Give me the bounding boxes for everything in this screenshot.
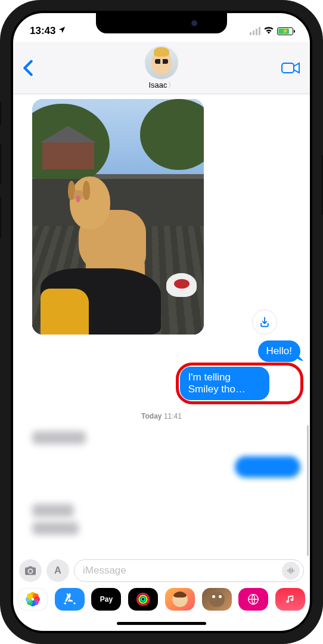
audio-record-button[interactable] (282, 562, 300, 580)
app-store-app-icon[interactable] (55, 588, 85, 611)
music-app-icon[interactable] (275, 588, 305, 611)
imessage-app-strip[interactable]: Pay (13, 586, 310, 615)
digital-touch-app-icon[interactable] (238, 588, 268, 611)
input-bar: A iMessage (13, 556, 310, 586)
chevron-right-icon: 〉 (168, 80, 175, 89)
app-store-button[interactable]: A (46, 559, 69, 582)
wifi-icon (263, 25, 274, 37)
memoji-app-icon[interactable] (165, 588, 195, 611)
message-input[interactable]: iMessage (74, 559, 304, 582)
back-button[interactable] (23, 56, 46, 80)
sent-message-bubble[interactable]: Hello! (258, 340, 300, 362)
received-photo-message[interactable] (32, 99, 204, 335)
home-indicator[interactable] (13, 615, 310, 631)
svg-point-4 (141, 597, 145, 602)
status-time: 13:43 (30, 25, 55, 37)
mute-switch (0, 101, 1, 125)
redacted-received-message (32, 522, 79, 535)
volume-down-button (0, 197, 1, 239)
camera-button[interactable] (19, 559, 42, 582)
redacted-received-message (32, 431, 86, 444)
contact-name-label: Isaac (148, 80, 167, 89)
sent-message-bubble[interactable]: I'm telling Smiley tho… (180, 367, 269, 400)
highlighted-annotation: I'm telling Smiley tho… (179, 366, 300, 401)
timestamp-separator: Today 11:41 (19, 412, 304, 420)
save-photo-button[interactable] (253, 310, 277, 334)
svg-text:A: A (54, 565, 61, 575)
location-arrow-icon (58, 25, 66, 37)
scroll-indicator (307, 425, 309, 556)
photos-app-icon[interactable] (18, 588, 48, 611)
contact-details-button[interactable]: Isaac 〉 (145, 46, 178, 89)
conversation-header: Isaac 〉 (13, 42, 310, 94)
battery-charging-icon: ⚡ (277, 27, 293, 35)
message-placeholder: iMessage (83, 565, 126, 577)
notch (96, 13, 227, 33)
stickers-app-icon[interactable] (202, 588, 232, 611)
messages-scroll[interactable]: Hello! I'm telling Smiley tho… Today 11:… (13, 94, 310, 556)
redacted-sent-message (235, 456, 300, 478)
phone-frame: 13:43 ⚡ (0, 0, 323, 644)
contact-avatar (145, 46, 178, 79)
screen: 13:43 ⚡ (13, 13, 310, 631)
apple-pay-app-icon[interactable]: Pay (91, 588, 121, 611)
cell-signal-icon (250, 27, 260, 35)
facetime-button[interactable] (277, 56, 300, 80)
fitness-app-icon[interactable] (128, 588, 158, 611)
svg-rect-0 (282, 63, 294, 73)
redacted-received-message (32, 504, 74, 517)
volume-up-button (0, 143, 1, 185)
